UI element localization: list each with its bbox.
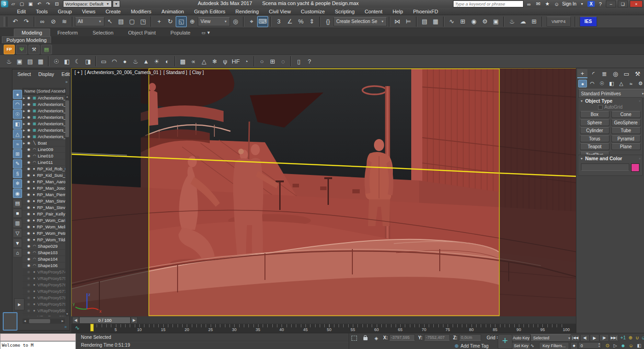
object-type-button[interactable]: Tube [611,127,641,134]
category-spacewarps-icon[interactable]: ≈ [627,80,635,87]
visibility-eye-icon[interactable]: ◉ [27,244,31,248]
cone-primitive-icon[interactable]: ▲ [141,56,151,67]
communication-center-icon[interactable]: ✉ [535,1,542,7]
menu-item[interactable]: Content [360,9,388,14]
visibility-eye-icon[interactable]: ◉ [27,173,31,177]
next-frame-icon[interactable]: |▶ [599,334,609,342]
expand-arrow-icon[interactable]: ▶ [23,109,26,112]
exchange-apps-icon[interactable]: X [587,1,595,7]
scene-object-row[interactable]: ▶ ◉ ● VRayProxy579 [23,301,66,308]
mirror-icon[interactable]: ⋈ [392,16,403,27]
visibility-eye-icon[interactable]: ◉ [27,154,31,158]
expand-arrow-icon[interactable]: ▶ [23,141,26,145]
visibility-eye-icon[interactable]: ◉ [27,134,31,139]
scene-object-row[interactable]: ▶ ◉ ▦ Archexteriors_ [23,127,66,134]
filter-space-warps-icon[interactable]: ≈ [13,140,22,149]
visibility-eye-icon[interactable]: ◉ [27,257,31,261]
forest-list-icon[interactable]: ▤ [41,45,52,54]
scroll-up-icon[interactable]: ▲ [65,95,69,99]
previous-frame-icon[interactable]: ◀| [580,334,590,342]
visibility-eye-icon[interactable]: ◉ [27,283,31,287]
restore-button[interactable]: ❏ [618,0,628,7]
menu-item[interactable]: Views [77,9,100,14]
category-systems-icon[interactable]: ⚙ [636,80,644,87]
scrollbar-thumb[interactable] [65,100,69,137]
scene-object-row[interactable]: ▶ ◉ ▦ Archexteriors_ [23,134,66,140]
tab-utilities[interactable]: ⚒ [632,69,643,78]
forest-tools-icon[interactable]: Ψ [16,45,27,54]
visibility-eye-icon[interactable]: ◉ [27,205,31,209]
search-binoculars-icon[interactable]: ∞ [525,1,533,7]
menu-item[interactable]: Animation [156,9,189,14]
key-filters-button[interactable]: Key Filters... [539,342,569,349]
box-primitive-icon[interactable]: ▭ [98,56,109,67]
molecule-icon[interactable]: ∝ [188,56,199,67]
container-icon[interactable]: ⌂ [13,248,22,257]
dock-expand-button[interactable]: ▶ [14,298,24,310]
follow-cone-icon[interactable]: ▷ [612,343,619,348]
tab-modify[interactable]: ◜ [588,69,598,78]
scene-object-row[interactable]: ▶ ◉ ◠ Line010 [23,153,66,159]
render-setup-icon[interactable]: ⚙ [479,16,490,27]
key-mode-toggle-icon[interactable]: ◆ [570,342,578,349]
z-coord-field[interactable]: 0,0cm [459,334,481,341]
object-type-button[interactable]: Cylinder [580,127,610,134]
toolbar2-icon[interactable] [95,56,97,66]
curve-editor-icon[interactable]: ∿ [446,16,457,27]
ribbon-tab[interactable]: Selection [85,29,121,36]
render-production-icon[interactable]: ♨ [506,16,518,27]
visibility-eye-icon[interactable]: ◉ [27,212,31,216]
scene-object-row[interactable]: ▶ ◉ ● RP_Kid_Rob_0 [23,166,66,172]
scene-object-row[interactable]: ▶ ◉ ● RP_Pair_Kelly_ [23,211,66,217]
scene-object-row[interactable]: ▶ ◉ ◠ Shape029 [23,243,66,250]
select-and-manipulate-icon[interactable]: ⌖ [246,16,257,27]
sign-in-caret-icon[interactable]: ▼ [578,2,586,6]
max-logo-icon[interactable]: 3 [1,0,8,7]
align-icon[interactable]: ⊨ [403,16,414,27]
isolate-selection-icon[interactable] [351,335,358,341]
filter-brush-icon[interactable]: ✎ [13,159,22,169]
filter-cameras-icon[interactable]: ◧ [13,120,22,129]
object-type-button[interactable]: Teapot [580,143,610,150]
menu-item[interactable]: Graph Editors [189,9,230,14]
night-sky-icon[interactable]: ☾ [72,56,83,67]
scene-object-row[interactable]: ▶ ◉ ● RP_Wom_Carin [23,217,66,224]
use-pivot-point-icon[interactable]: ◎ [230,16,241,27]
visibility-eye-icon[interactable]: ◉ [27,308,31,313]
filter-groups-icon[interactable]: ⊞ [13,149,22,158]
visibility-eye-icon[interactable]: ◉ [27,102,31,106]
object-type-button[interactable]: Cone [611,111,641,118]
clipboard-icon[interactable]: ▯ [293,56,304,67]
explorer-column-header[interactable]: Name (Sorted Ascending) [23,88,66,95]
tab-display[interactable]: ▭ [621,69,632,78]
undo-quick-icon[interactable]: ↶ [35,1,43,7]
person-key-icon[interactable]: ☺ [627,343,634,348]
scene-object-row[interactable]: ▶ ◉ ● VRayProxy574 [23,269,66,275]
auto-key-button[interactable]: Auto Key [512,334,530,342]
expand-arrow-icon[interactable]: ▶ [23,96,26,99]
window-crossing-icon[interactable]: ◳ [138,16,149,27]
filter-shapes-icon[interactable]: ◠ [13,100,22,109]
scene-object-row[interactable]: ▶ ◉ ● RP_Wom_Petra [23,230,66,237]
help-icon[interactable]: ? [597,1,604,7]
geosphere-icon[interactable]: ◐ [162,56,172,67]
explorer-overflow-icon[interactable]: » [65,80,68,84]
camera-lister-icon[interactable]: ◧ [62,56,72,67]
visibility-eye-icon[interactable]: ◉ [27,276,31,280]
snaps-toggle-icon[interactable]: 3 [273,16,284,27]
bind-to-space-warp-icon[interactable]: ≋ [59,16,70,27]
viewport-menu-plus[interactable]: [ + ] [75,70,82,75]
light-lister-icon[interactable]: ☉ [51,56,62,67]
menu-item[interactable]: Customize [296,9,330,14]
display-edit-icon[interactable]: ▥ [13,219,22,228]
fur-icon[interactable]: HF [230,56,241,67]
teapot-primitive-icon[interactable]: ♨ [130,56,141,67]
display-expert-icon[interactable]: ▤ [13,199,22,208]
scene-object-row[interactable]: ▶ ◉ ▦ Archexteriors_ [23,114,66,121]
autogrid-checkbox[interactable] [598,105,603,110]
named-selection-sets-icon[interactable]: {} [322,16,334,27]
category-shapes-icon[interactable]: ◠ [588,80,597,87]
scene-object-row[interactable]: ▶ ◉ ◠ Shape104 [23,256,66,262]
scroll-down-icon[interactable]: ▼ [65,312,69,316]
expand-arrow-icon[interactable]: ▶ [23,122,26,125]
